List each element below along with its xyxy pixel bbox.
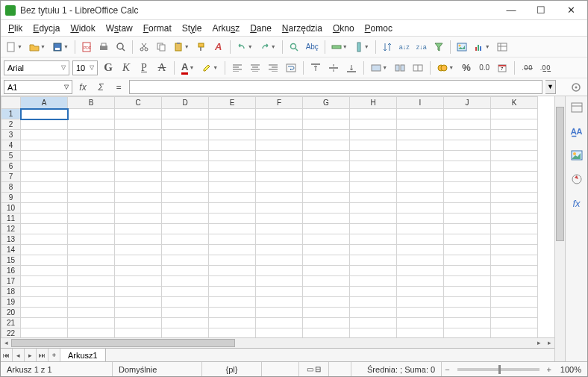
- cell-I11[interactable]: [397, 214, 444, 224]
- menu-edycja[interactable]: Edycja: [28, 22, 64, 35]
- cell-D1[interactable]: [162, 109, 209, 119]
- cell-C14[interactable]: [115, 245, 162, 255]
- cell-B1[interactable]: [68, 109, 115, 119]
- cell-D9[interactable]: [162, 193, 209, 203]
- dec-remove-button[interactable]: .0̶0̶: [519, 60, 535, 76]
- cell-C10[interactable]: [115, 203, 162, 214]
- cell-I21[interactable]: [397, 318, 444, 328]
- row-header-4[interactable]: 4: [1, 140, 21, 151]
- col-header-E[interactable]: E: [209, 97, 256, 109]
- col-header-B[interactable]: B: [68, 97, 115, 109]
- cell-F5[interactable]: [256, 151, 303, 161]
- cell-F9[interactable]: [256, 193, 303, 203]
- col-header-J[interactable]: J: [444, 97, 491, 109]
- menu-pomoc[interactable]: Pomoc: [360, 22, 397, 35]
- col-header-D[interactable]: D: [162, 97, 209, 109]
- cell-E22[interactable]: [209, 328, 256, 338]
- cell-E20[interactable]: [209, 308, 256, 318]
- cell-A11[interactable]: [21, 214, 68, 224]
- formula-button[interactable]: =: [111, 80, 126, 94]
- row-header-10[interactable]: 10: [1, 203, 21, 214]
- cell-B19[interactable]: [68, 297, 115, 308]
- print-button[interactable]: [96, 39, 111, 55]
- cell-C1[interactable]: [115, 109, 162, 119]
- cell-I3[interactable]: [397, 130, 444, 140]
- row-header-2[interactable]: 2: [1, 119, 21, 130]
- cell-C4[interactable]: [115, 140, 162, 151]
- cell-D16[interactable]: [162, 266, 209, 276]
- align-left-button[interactable]: [230, 60, 245, 76]
- cell-I14[interactable]: [397, 245, 444, 255]
- cell-I1[interactable]: [397, 109, 444, 119]
- cell-E3[interactable]: [209, 130, 256, 140]
- formula-input[interactable]: [129, 80, 542, 94]
- cell-H6[interactable]: [350, 161, 397, 172]
- tab-last-button[interactable]: ⏭: [37, 349, 49, 361]
- select-all-corner[interactable]: [1, 97, 21, 109]
- cell-I6[interactable]: [397, 161, 444, 172]
- cell-K15[interactable]: [491, 255, 538, 266]
- cell-I5[interactable]: [397, 151, 444, 161]
- cell-G7[interactable]: [303, 172, 350, 182]
- cell-D10[interactable]: [162, 203, 209, 214]
- cell-B13[interactable]: [68, 234, 115, 245]
- cell-I2[interactable]: [397, 119, 444, 130]
- row-header-3[interactable]: 3: [1, 130, 21, 140]
- cell-A16[interactable]: [21, 266, 68, 276]
- row-header-18[interactable]: 18: [1, 287, 21, 297]
- status-style[interactable]: Domyślnie: [113, 362, 202, 376]
- cell-G17[interactable]: [303, 276, 350, 287]
- status-selection-mode[interactable]: ▭ ⊟: [299, 362, 329, 376]
- find-replace-button[interactable]: [287, 39, 301, 55]
- cell-C12[interactable]: [115, 224, 162, 234]
- cell-J3[interactable]: [444, 130, 491, 140]
- cell-G20[interactable]: [303, 308, 350, 318]
- cell-H18[interactable]: [350, 287, 397, 297]
- cell-A21[interactable]: [21, 318, 68, 328]
- menu-okno[interactable]: Okno: [328, 22, 359, 35]
- col-header-K[interactable]: K: [491, 97, 538, 109]
- cell-K20[interactable]: [491, 308, 538, 318]
- row-header-21[interactable]: 21: [1, 318, 21, 328]
- cell-A13[interactable]: [21, 234, 68, 245]
- font-name-combo[interactable]: Arial▽: [4, 60, 69, 75]
- clear-format-button[interactable]: A: [211, 39, 226, 55]
- font-color-button[interactable]: A▼: [179, 60, 196, 76]
- cell-C20[interactable]: [115, 308, 162, 318]
- underline-button[interactable]: P: [137, 60, 151, 76]
- cell-A9[interactable]: [21, 193, 68, 203]
- cell-E9[interactable]: [209, 193, 256, 203]
- cell-K17[interactable]: [491, 276, 538, 287]
- cell-C8[interactable]: [115, 182, 162, 193]
- tab-first-button[interactable]: ⏮: [1, 349, 13, 361]
- cell-B6[interactable]: [68, 161, 115, 172]
- cell-I20[interactable]: [397, 308, 444, 318]
- cell-G4[interactable]: [303, 140, 350, 151]
- cell-E1[interactable]: [209, 109, 256, 119]
- cell-F17[interactable]: [256, 276, 303, 287]
- menu-style[interactable]: Style: [178, 22, 207, 35]
- cell-C21[interactable]: [115, 318, 162, 328]
- cell-E2[interactable]: [209, 119, 256, 130]
- cell-B11[interactable]: [68, 214, 115, 224]
- align-middle-button[interactable]: [326, 60, 341, 76]
- cell-C5[interactable]: [115, 151, 162, 161]
- cell-K5[interactable]: [491, 151, 538, 161]
- cell-F21[interactable]: [256, 318, 303, 328]
- cell-A4[interactable]: [21, 140, 68, 151]
- cell-H8[interactable]: [350, 182, 397, 193]
- cell-reference-box[interactable]: A1▽: [4, 80, 72, 94]
- cell-G18[interactable]: [303, 287, 350, 297]
- cell-I7[interactable]: [397, 172, 444, 182]
- spellcheck-button[interactable]: Abç: [304, 39, 321, 55]
- cell-A10[interactable]: [21, 203, 68, 214]
- cell-I15[interactable]: [397, 255, 444, 266]
- cell-C3[interactable]: [115, 130, 162, 140]
- cell-C13[interactable]: [115, 234, 162, 245]
- cell-A20[interactable]: [21, 308, 68, 318]
- cell-D5[interactable]: [162, 151, 209, 161]
- col-header-G[interactable]: G: [303, 97, 350, 109]
- row-header-16[interactable]: 16: [1, 266, 21, 276]
- cell-H15[interactable]: [350, 255, 397, 266]
- status-insert-mode[interactable]: [262, 362, 299, 376]
